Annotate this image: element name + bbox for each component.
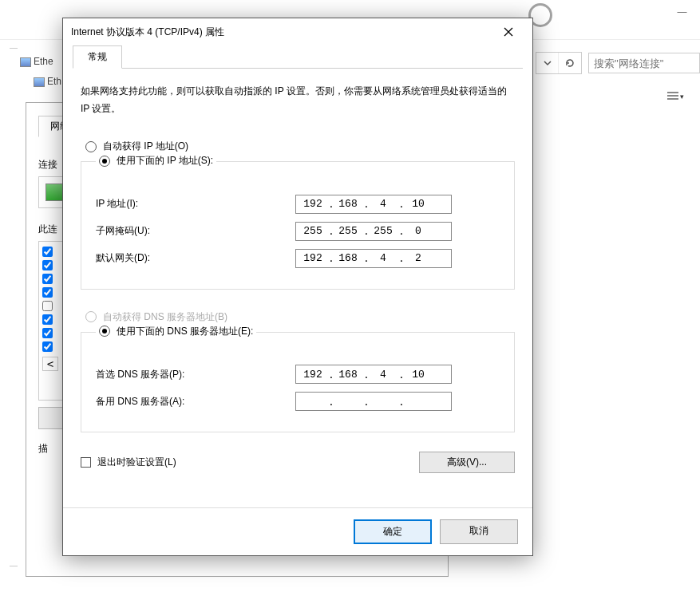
ip-octet[interactable]: 4 — [368, 369, 398, 381]
dns-fieldset: 使用下面的 DNS 服务器地址(E): 首选 DNS 服务器(P): 192. … — [81, 332, 515, 433]
radio-icon — [99, 326, 110, 337]
ip-octet[interactable]: 4 — [368, 198, 398, 210]
radio-icon — [99, 156, 110, 167]
close-icon — [504, 27, 513, 37]
list-checkbox[interactable] — [42, 301, 53, 311]
description-text: 如果网络支持此功能，则可以获取自动指派的 IP 设置。否则，你需要从网络系统管理… — [81, 83, 515, 117]
parent-toolbar — [536, 52, 700, 74]
nav-group — [536, 52, 582, 74]
validate-checkbox[interactable] — [81, 457, 91, 468]
field-default-gateway: 默认网关(D): 192. 168. 4. 2 — [96, 249, 500, 268]
field-primary-dns: 首选 DNS 服务器(P): 192. 168. 4. 10 — [96, 365, 500, 384]
alternate-dns-label: 备用 DNS 服务器(A): — [96, 395, 295, 408]
list-checkbox[interactable] — [42, 341, 53, 352]
bg-tab-2-label: Eth — [47, 76, 61, 87]
ip-octet[interactable]: 255 — [333, 225, 363, 237]
radio-icon — [85, 311, 97, 322]
ip-address-label: IP 地址(I): — [96, 197, 295, 211]
dialog-footer: 确定 取消 — [63, 507, 532, 555]
radio-dns-auto: 自动获得 DNS 服务器地址(B) — [85, 310, 515, 324]
primary-dns-label: 首选 DNS 服务器(P): — [96, 368, 295, 381]
list-checkbox[interactable] — [42, 274, 53, 284]
ip-octet[interactable]: 10 — [403, 369, 433, 381]
radio-dns-auto-label: 自动获得 DNS 服务器地址(B) — [103, 310, 227, 324]
primary-dns-input[interactable]: 192. 168. 4. 10 — [295, 365, 452, 384]
field-ip-address: IP 地址(I): 192. 168. 4. 10 — [96, 195, 500, 214]
nav-down-icon[interactable] — [536, 53, 559, 73]
gateway-label: 默认网关(D): — [96, 251, 295, 265]
ip-octet[interactable]: 2 — [403, 252, 433, 264]
radio-icon — [85, 141, 97, 152]
parent-window-buttons: — — [664, 0, 700, 24]
dialog-content: 如果网络支持此功能，则可以获取自动指派的 IP 设置。否则，你需要从网络系统管理… — [63, 69, 532, 507]
ip-octet[interactable]: 192 — [298, 252, 328, 264]
list-checkbox[interactable] — [42, 287, 53, 298]
ip-address-input[interactable]: 192. 168. 4. 10 — [295, 195, 452, 214]
radio-dns-manual-label: 使用下面的 DNS 服务器地址(E): — [117, 325, 253, 338]
field-subnet-mask: 子网掩码(U): 255. 255. 255. 0 — [96, 222, 500, 241]
ip-octet[interactable]: 4 — [368, 252, 398, 264]
list-checkbox[interactable] — [42, 260, 53, 270]
validate-label: 退出时验证设置(L) — [97, 456, 176, 469]
ok-button[interactable]: 确定 — [354, 519, 432, 544]
radio-ip-auto[interactable]: 自动获得 IP 地址(O) — [85, 140, 515, 153]
left-panel-edge — [10, 48, 18, 566]
cancel-button[interactable]: 取消 — [440, 519, 518, 544]
alternate-dns-input[interactable]: . . . — [295, 392, 452, 411]
bg-tab-1-label: Ethe — [34, 56, 53, 67]
subnet-mask-label: 子网掩码(U): — [96, 224, 295, 238]
tab-general[interactable]: 常规 — [73, 45, 122, 69]
titlebar: Internet 协议版本 4 (TCP/IPv4) 属性 — [63, 18, 532, 45]
ip-octet[interactable]: 192 — [298, 369, 328, 381]
radio-ip-manual-label: 使用下面的 IP 地址(S): — [117, 154, 213, 168]
scroll-left-icon[interactable]: < — [42, 357, 58, 371]
ipv4-properties-dialog: Internet 协议版本 4 (TCP/IPv4) 属性 常规 如果网络支持此… — [62, 18, 533, 556]
ip-octet[interactable]: 168 — [333, 198, 363, 210]
view-mode-icon[interactable]: ▾ — [667, 92, 684, 101]
ip-octet[interactable]: 0 — [403, 225, 433, 237]
list-checkbox[interactable] — [42, 314, 53, 325]
ip-octet[interactable]: 168 — [333, 369, 363, 381]
radio-dns-manual[interactable]: 使用下面的 DNS 服务器地址(E): — [96, 325, 256, 338]
radio-ip-manual[interactable]: 使用下面的 IP 地址(S): — [96, 154, 216, 168]
tab-strip: 常规 — [63, 45, 532, 69]
gateway-input[interactable]: 192. 168. 4. 2 — [295, 249, 452, 268]
list-checkbox[interactable] — [42, 247, 53, 257]
ip-octet[interactable]: 10 — [403, 198, 433, 210]
ip-octet[interactable]: 255 — [368, 225, 398, 237]
radio-ip-auto-label: 自动获得 IP 地址(O) — [103, 140, 188, 153]
ip-octet[interactable]: 192 — [298, 198, 328, 210]
bg-tab-1: Ethe — [20, 56, 53, 67]
bg-tab-2: Eth — [34, 76, 61, 87]
subnet-mask-input[interactable]: 255. 255. 255. 0 — [295, 222, 452, 241]
advanced-button[interactable]: 高级(V)... — [419, 452, 515, 473]
ip-fieldset: 使用下面的 IP 地址(S): IP 地址(I): 192. 168. 4. 1… — [81, 161, 515, 290]
bottom-options-row: 退出时验证设置(L) 高级(V)... — [81, 452, 515, 473]
field-alternate-dns: 备用 DNS 服务器(A): . . . — [96, 392, 500, 411]
list-checkbox[interactable] — [42, 328, 53, 338]
dialog-title: Internet 协议版本 4 (TCP/IPv4) 属性 — [71, 26, 492, 39]
ip-octet[interactable]: 168 — [333, 252, 363, 264]
search-input[interactable] — [588, 53, 700, 73]
refresh-icon[interactable] — [559, 53, 581, 73]
close-button[interactable] — [492, 22, 524, 42]
minimize-icon[interactable]: — — [664, 0, 700, 24]
ip-octet[interactable]: 255 — [298, 225, 328, 237]
